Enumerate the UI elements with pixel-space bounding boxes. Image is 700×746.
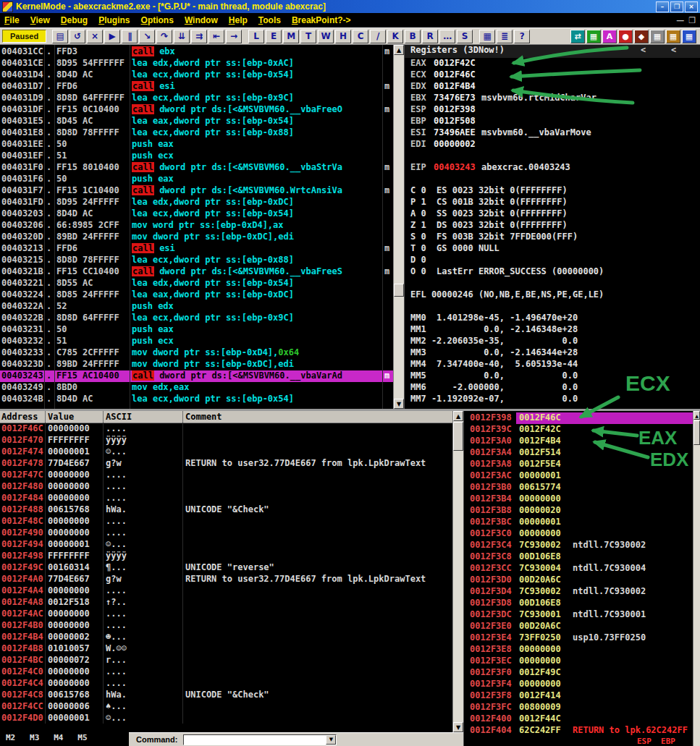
menu-item-window[interactable]: Window (185, 15, 218, 25)
dump-row[interactable]: 0012F4CC00000006♠... (0, 701, 452, 713)
stack-row[interactable]: 0012F3C000000000 (464, 528, 693, 540)
toolbar-letter-B[interactable]: B (405, 30, 421, 43)
help-button[interactable]: ? (514, 30, 530, 43)
disasm-row[interactable]: 004031E8.8D8D 78FFFFFlea ecx,dword ptr s… (0, 127, 393, 139)
stack-row[interactable]: 0012F3B000615774 (464, 482, 693, 493)
stack-row[interactable]: 0012F3980012F46C (464, 412, 693, 424)
stack-row[interactable]: 0012F3C800D106E8 (464, 551, 693, 563)
scroll-up-icon[interactable]: ▲ (394, 45, 404, 55)
stack-row[interactable]: 0012F3FC00800009 (464, 702, 693, 713)
disasm-row[interactable]: 00403224.8D85 24FFFFFlea eax,dword ptr s… (0, 289, 393, 301)
dump-row[interactable]: 0012F4A400000000.... (0, 585, 452, 597)
stack-scrollbar[interactable]: ▲ (693, 411, 700, 746)
step-into-button[interactable]: ↘ (139, 30, 155, 43)
disasm-row[interactable]: 004031D7.FFD6call esim (0, 81, 393, 93)
dump-row[interactable]: 0012F4B400000002☻... (0, 632, 452, 643)
toolbar-letter-C[interactable]: C (353, 30, 368, 43)
windows-button[interactable]: ▦ (479, 30, 495, 43)
trace-over-button[interactable]: ⇉ (191, 30, 207, 43)
dump-row[interactable]: 0012F48400000000.... (0, 493, 452, 504)
disasm-row[interactable]: 00403213.FFD6call esim (0, 243, 393, 255)
disasm-row[interactable]: 0040324B.8D4D AClea ecx,dword ptr ss:[eb… (0, 394, 393, 405)
trace-into-button[interactable]: ⇊ (174, 30, 190, 43)
menu-item-options[interactable]: Options (141, 15, 174, 25)
disasm-scroll-thumb[interactable] (394, 284, 404, 297)
disasm-row[interactable]: 004031DF.FF15 0C10400call dword ptr ds:[… (0, 104, 393, 116)
disasm-row[interactable]: 004031E5.8D45 AClea eax,dword ptr ss:[eb… (0, 116, 393, 127)
pause-button[interactable]: ∥ (122, 30, 138, 43)
disasm-row[interactable]: 00403233.C785 2CFFFFFmov dword ptr ss:[e… (0, 347, 393, 359)
stack-scroll-thumb[interactable] (693, 420, 700, 445)
menu-item-debug[interactable]: Debug (61, 15, 88, 25)
disasm-row[interactable]: 00403203.8D4D AClea ecx,dword ptr ss:[eb… (0, 208, 393, 220)
stack-row[interactable]: 0012F3C47C930002ntdll.7C930002 (464, 540, 693, 551)
command-combobox[interactable]: ▼ (183, 734, 337, 745)
restart-button[interactable]: ↺ (69, 30, 85, 43)
dump-row[interactable]: 0012F4C400000000.... (0, 678, 452, 690)
teal-swap-button[interactable]: ⇄ (570, 30, 585, 43)
disasm-row[interactable]: 00403232.51push ecx (0, 336, 393, 347)
dump-row[interactable]: 0012F4B801010057W.☺☺ (0, 643, 452, 655)
goto-button[interactable]: → (226, 30, 242, 43)
bookmark-tabs[interactable]: M2 M3 M4 M5 (0, 732, 129, 746)
disasm-row[interactable]: 0040320D.89BD 24FFFFFmov dword ptr ss:[e… (0, 232, 393, 243)
disasm-row[interactable]: 00403243.FF15 AC10400call dword ptr ds:[… (0, 370, 393, 382)
stack-row[interactable]: 0012F3D000D20A6C (464, 575, 693, 586)
scroll-down-icon[interactable]: ▼ (453, 722, 463, 732)
dump-row[interactable]: 0012F4A077D4E667g?wRETURN to user32.77D4… (0, 574, 452, 585)
stack-row[interactable]: 0012F3DC7C930001ntdll.7C930001 (464, 609, 693, 621)
dump-row[interactable]: 0012F49C00160314¶...UNICODE "reverse" (0, 562, 452, 574)
dropdown-arrow-icon[interactable]: ▼ (326, 735, 336, 745)
disasm-row[interactable]: 004031D4.8D4D AClea ecx,dword ptr ss:[eb… (0, 69, 393, 81)
stack-row[interactable]: 0012F3D800D106E8 (464, 598, 693, 609)
menu-item-breakpoint[interactable]: BreakPoint?-> (292, 15, 351, 25)
stack-row[interactable]: 0012F40462C242FFRETURN to lpk.62C242FF (464, 725, 693, 737)
dump-row[interactable]: 0012F498FFFFFFFFÿÿÿÿ (0, 551, 452, 562)
disasm-row[interactable]: 004031F0.FF15 8010400call dword ptr ds:[… (0, 162, 393, 174)
amber-grid-button[interactable]: ▦ (666, 30, 680, 43)
disasm-row[interactable]: 0040322B.8D8D 64FFFFFlea ecx,dword ptr s… (0, 313, 393, 324)
stack-row[interactable]: 0012F3E800000000 (464, 644, 693, 656)
dump-row[interactable]: 0012F4B000000000.... (0, 620, 452, 632)
disasm-row[interactable]: 00403249.8BD0mov edx,eax (0, 382, 393, 394)
disasm-row[interactable]: 0040322A.52push edx (0, 301, 393, 313)
blue-grid-button[interactable]: ▦ (682, 30, 696, 43)
toolbar-letter-R[interactable]: R (422, 30, 438, 43)
scroll-up-icon[interactable]: ▲ (693, 411, 700, 420)
mdi-window-button-1[interactable]: ❒ (688, 16, 696, 25)
dump-row[interactable]: 0012F4BC00000072r... (0, 655, 452, 666)
stack-row[interactable]: 0012F3D47C930002ntdll.7C930002 (464, 586, 693, 598)
dump-scrollbar[interactable]: ▲ ▼ (452, 411, 463, 732)
dump-row[interactable]: 0012F47C00000000.... (0, 470, 452, 481)
stack-row[interactable]: 0012F3B400000000 (464, 493, 693, 505)
disasm-row[interactable]: 00403206.66:8985 2CFFmov word ptr ss:[eb… (0, 220, 393, 232)
disassembly-pane[interactable]: 004031CC.FFD3call ebxm004031CE.8D95 54FF… (0, 45, 393, 409)
stack-row[interactable]: 0012F3CC7C930004ntdll.7C930004 (464, 563, 693, 575)
stack-row[interactable]: 0012F39C0012F42C (464, 424, 693, 436)
disasm-row[interactable]: 004031F6.50push eax (0, 174, 393, 185)
minimize-button[interactable]: – (656, 1, 669, 12)
command-input[interactable] (185, 735, 325, 745)
dump-row[interactable]: 0012F4C800615768hWa.UNICODE "&Check" (0, 690, 452, 701)
disasm-row[interactable]: 0040323D.89BD 24FFFFFmov dword ptr ss:[e… (0, 359, 393, 370)
dump-row[interactable]: 0012F46C00000000.... (0, 423, 452, 435)
dump-row[interactable]: 0012F48000000000.... (0, 481, 452, 493)
mdi-window-button-0[interactable]: — (676, 16, 684, 25)
dump-row[interactable]: 0012F49400000001☺... (0, 539, 452, 551)
stack-row[interactable]: 0012F3F00012F49C (464, 667, 693, 679)
dump-row[interactable]: 0012F4AC00000000.... (0, 609, 452, 620)
menu-item-file[interactable]: File (4, 15, 20, 25)
menu-item-plugins[interactable]: Plugins (98, 15, 130, 25)
red-record-button[interactable]: ● (618, 30, 633, 43)
stack-row[interactable]: 0012F3A80012F5E4 (464, 459, 693, 470)
dump-row[interactable]: 0012F47877D4E667g?wRETURN to user32.77D4… (0, 458, 452, 470)
maximize-button[interactable]: ❒ (670, 1, 683, 12)
stack-row[interactable]: 0012F3B800000020 (464, 505, 693, 517)
close-button[interactable]: × (685, 1, 698, 12)
disasm-row[interactable]: 00403231.50push eax (0, 324, 393, 336)
stack-row[interactable]: 0012F3A40012F514 (464, 447, 693, 459)
scroll-down-icon[interactable]: ▼ (394, 399, 404, 409)
magenta-a-button[interactable]: A (602, 30, 617, 43)
registers-pager-right[interactable]: < (671, 45, 676, 55)
scroll-up-icon[interactable]: ▲ (453, 411, 463, 421)
